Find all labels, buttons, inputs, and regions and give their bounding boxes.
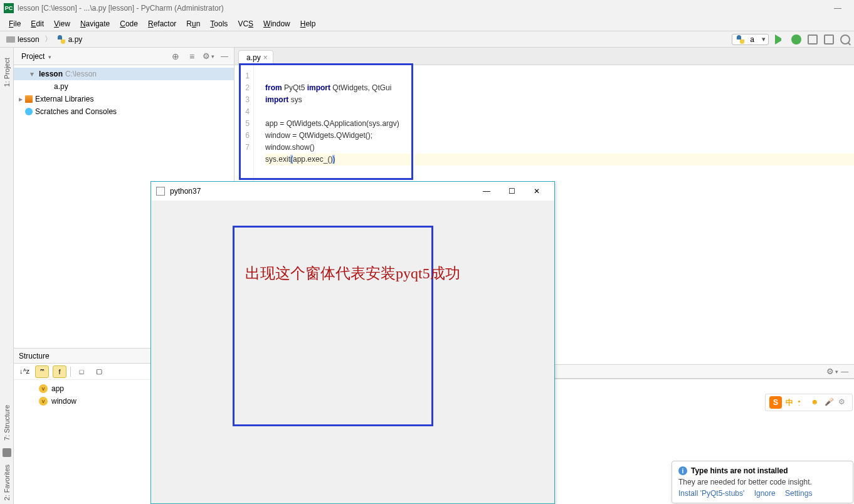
pycharm-icon: PC bbox=[4, 3, 14, 13]
menu-code[interactable]: Code bbox=[115, 19, 143, 28]
scratches-label: Scratches and Consoles bbox=[35, 107, 117, 116]
breadcrumb-file[interactable]: a.py bbox=[55, 35, 85, 44]
ime-emoji-icon[interactable] bbox=[811, 397, 821, 407]
menu-edit[interactable]: Edit bbox=[26, 19, 49, 28]
app-icon bbox=[156, 187, 165, 196]
close-tab-icon[interactable]: × bbox=[263, 53, 268, 62]
structure-panel-title: Structure bbox=[19, 352, 50, 360]
notification-title: Type hints are not installed bbox=[691, 466, 788, 475]
variable-icon: v bbox=[39, 384, 48, 393]
python-app-window[interactable]: python37 — ☐ ✕ 出现这个窗体代表安装pyqt5成功 bbox=[150, 181, 555, 504]
profile-button[interactable] bbox=[824, 34, 834, 45]
project-tree-scratches[interactable]: ▸ Scratches and Consoles bbox=[14, 105, 234, 118]
breadcrumb-root-label: lesson bbox=[18, 35, 40, 44]
collapse-all-icon[interactable] bbox=[187, 52, 196, 61]
menu-run[interactable]: Run bbox=[181, 19, 205, 28]
expand-all-button[interactable]: □ bbox=[75, 365, 88, 378]
left-tool-strip: 1: Project 7: Structure 2: Favorites bbox=[0, 48, 14, 504]
line-number: 1 bbox=[235, 70, 250, 82]
hide-panel-icon[interactable] bbox=[220, 52, 229, 61]
breadcrumb-chevron-icon: 〉 bbox=[42, 34, 55, 45]
maximize-button[interactable]: ☐ bbox=[499, 182, 524, 200]
variable-icon: v bbox=[39, 397, 48, 406]
annotation-box-window bbox=[233, 226, 433, 426]
ime-punctuation-icon[interactable] bbox=[797, 397, 807, 407]
external-libs-label: External Libraries bbox=[35, 95, 93, 103]
menu-file[interactable]: File bbox=[4, 19, 26, 28]
hide-panel-icon[interactable] bbox=[840, 367, 849, 376]
editor-tab-label: a.py bbox=[246, 53, 261, 62]
run-config-selector[interactable]: a bbox=[732, 34, 769, 45]
minimize-button[interactable]: — bbox=[474, 182, 499, 200]
python-file-icon bbox=[57, 35, 66, 44]
ime-language-label[interactable]: 中 bbox=[786, 397, 793, 408]
annotation-text: 出现这个窗体代表安装pyqt5成功 bbox=[245, 263, 460, 283]
project-tree-root[interactable]: ▾ lesson C:\lesson bbox=[14, 68, 234, 80]
minimize-button[interactable]: — bbox=[825, 0, 850, 16]
bookmarks-icon[interactable] bbox=[3, 448, 11, 457]
project-panel-title: Project bbox=[21, 52, 45, 61]
project-panel-header: Project bbox=[14, 48, 234, 65]
project-tree-external-libs[interactable]: ▸ External Libraries bbox=[14, 93, 234, 105]
line-number: 2 bbox=[235, 82, 250, 94]
window-title: lesson [C:\lesson] - ...\a.py [lesson] -… bbox=[18, 4, 825, 13]
menu-navigate[interactable]: Navigate bbox=[75, 19, 115, 28]
expand-icon[interactable]: ▾ bbox=[30, 70, 36, 78]
expand-icon[interactable]: ▸ bbox=[19, 95, 25, 103]
ime-settings-icon[interactable] bbox=[838, 397, 848, 407]
editor-tabs: a.py × bbox=[235, 48, 854, 65]
window-titlebar: PC lesson [C:\lesson] - ...\a.py [lesson… bbox=[0, 0, 854, 16]
python-window-body: 出现这个窗体代表安装pyqt5成功 bbox=[151, 201, 554, 503]
project-settings-icon[interactable] bbox=[204, 52, 213, 61]
notification-popup: iType hints are not installed They are n… bbox=[672, 461, 853, 503]
python-window-titlebar[interactable]: python37 — ☐ ✕ bbox=[151, 182, 554, 201]
folder-icon bbox=[6, 36, 15, 43]
search-everywhere-button[interactable] bbox=[840, 34, 850, 45]
ime-voice-icon[interactable] bbox=[825, 397, 835, 407]
menu-tools[interactable]: Tools bbox=[205, 19, 233, 28]
show-fields-button[interactable]: f bbox=[53, 365, 66, 378]
menu-bar: File Edit View Navigate Code Refactor Ru… bbox=[0, 16, 854, 31]
debug-button[interactable] bbox=[791, 34, 801, 45]
run-with-coverage-button[interactable] bbox=[808, 34, 818, 45]
notification-link-settings[interactable]: Settings bbox=[785, 489, 812, 498]
project-root-name: lesson bbox=[39, 70, 63, 78]
menu-help[interactable]: Help bbox=[295, 19, 321, 28]
run-config-label: a bbox=[750, 35, 754, 44]
line-number: 6 bbox=[235, 130, 250, 142]
menu-view[interactable]: View bbox=[49, 19, 75, 28]
editor-tab[interactable]: a.py × bbox=[238, 50, 273, 65]
project-tree[interactable]: ▾ lesson C:\lesson a.py ▸ External Libra… bbox=[14, 65, 234, 120]
line-number: 5 bbox=[235, 118, 250, 130]
line-number: 4 bbox=[235, 106, 250, 118]
sort-alpha-button[interactable]: ↓ᴬz bbox=[18, 365, 31, 378]
run-button[interactable] bbox=[775, 34, 785, 45]
project-view-dropdown[interactable] bbox=[47, 52, 51, 61]
breadcrumb-file-label: a.py bbox=[68, 35, 83, 44]
notification-link-install[interactable]: Install 'PyQt5-stubs' bbox=[678, 489, 744, 498]
left-tab-project[interactable]: 1: Project bbox=[2, 54, 12, 90]
structure-item-label: window bbox=[51, 397, 76, 406]
menu-window[interactable]: Window bbox=[258, 19, 295, 28]
left-tab-structure[interactable]: 7: Structure bbox=[2, 401, 12, 444]
line-number: 3 bbox=[235, 94, 250, 106]
library-icon bbox=[25, 95, 33, 103]
project-tree-file[interactable]: a.py bbox=[14, 80, 234, 93]
scratches-icon bbox=[25, 108, 33, 115]
show-methods-button[interactable]: ᵐ bbox=[35, 365, 49, 378]
ime-toolbar[interactable]: S 中 bbox=[765, 394, 853, 411]
python-window-title: python37 bbox=[170, 187, 474, 196]
sogou-logo-icon[interactable]: S bbox=[769, 396, 782, 409]
navigation-bar: lesson 〉 a.py a bbox=[0, 31, 854, 48]
run-settings-icon[interactable] bbox=[828, 367, 836, 376]
collapse-all-button[interactable]: ▢ bbox=[92, 365, 106, 378]
menu-vcs[interactable]: VCS bbox=[233, 19, 258, 28]
menu-refactor[interactable]: Refactor bbox=[143, 19, 181, 28]
structure-item-label: app bbox=[51, 384, 64, 393]
breadcrumb-root[interactable]: lesson bbox=[4, 35, 42, 44]
scroll-from-source-icon[interactable] bbox=[171, 52, 180, 61]
close-button[interactable]: ✕ bbox=[524, 182, 549, 200]
notification-link-ignore[interactable]: Ignore bbox=[754, 489, 776, 498]
notification-body: They are needed for better code insight. bbox=[678, 478, 846, 486]
left-tab-favorites[interactable]: 2: Favorites bbox=[2, 461, 12, 504]
